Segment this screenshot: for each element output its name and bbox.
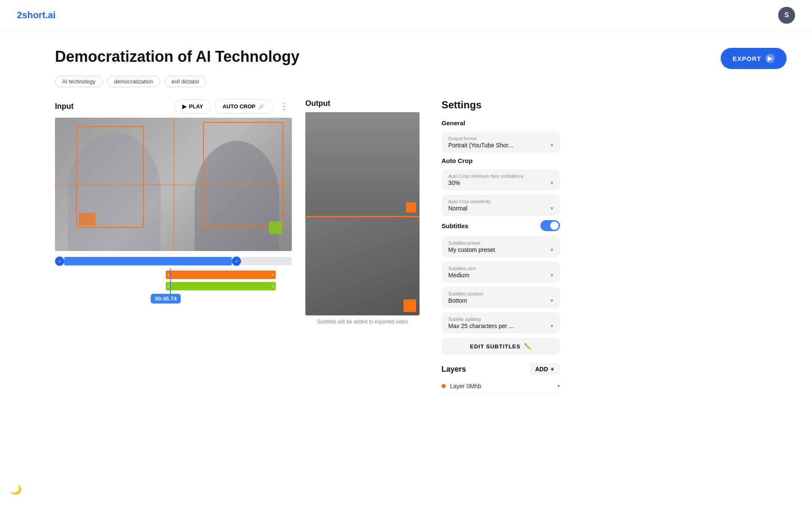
chevron-down-icon: ▾	[551, 142, 553, 148]
timeline-sub-row-lime: ‹ › 00:45.74	[55, 281, 292, 291]
output-panel-header: Output	[305, 99, 420, 108]
layer-dot	[442, 384, 446, 388]
tag-democratization[interactable]: democratization	[107, 76, 160, 87]
output-label: Output	[305, 99, 330, 108]
sub-right-arrow-orange[interactable]: ›	[272, 272, 274, 278]
play-label: PLAY	[189, 103, 203, 110]
wand-icon: 🪄	[258, 103, 265, 110]
export-label: EXPORT	[732, 55, 761, 62]
time-badge: 00:45.74	[151, 294, 181, 304]
chevron-down-icon-position: ▾	[551, 298, 553, 304]
pencil-icon: ✏️	[524, 343, 532, 350]
play-button[interactable]: ▶ PLAY	[174, 99, 211, 113]
auto-crop-button[interactable]: AUTO CROP 🪄	[214, 99, 273, 113]
sensitivity-label: Auto Crop sensitivity	[448, 199, 553, 204]
export-button[interactable]: EXPORT ▶	[721, 48, 787, 69]
input-video	[55, 118, 292, 251]
person-left-silhouette	[68, 133, 161, 251]
size-dropdown[interactable]: Subtitles size Medium ▾	[442, 262, 560, 283]
crop-line-vertical	[173, 118, 174, 251]
layers-header: Layers ADD +	[442, 363, 560, 375]
splitting-label: Subtitle splitting	[448, 317, 553, 322]
timeline-empty-right	[241, 257, 292, 265]
face-confidence-label: Auto Crop minimum face confidence	[448, 174, 553, 179]
settings-panel: Settings General Output format Portrait …	[442, 99, 560, 393]
edit-subtitles-label: EDIT SUBTITLES	[470, 343, 520, 350]
input-controls: ▶ PLAY AUTO CROP 🪄 ⋮	[174, 99, 292, 113]
timeline-left-button[interactable]: ‹	[55, 257, 64, 266]
panels-row: Input ▶ PLAY AUTO CROP 🪄 ⋮	[55, 99, 787, 393]
auto-crop-section-title: Auto Crop	[442, 157, 560, 164]
layer-expand-icon: ▾	[557, 383, 560, 389]
timeline-lime-track[interactable]: ‹ › 00:45.74	[166, 282, 276, 290]
page-title: Democratization of AI Technology	[55, 48, 299, 66]
main-content: Democratization of AI Technology EXPORT …	[0, 31, 812, 410]
crop-indicator-left	[79, 213, 96, 226]
sensitivity-dropdown[interactable]: Auto Crop sensitivity Normal ▾	[442, 195, 560, 216]
page-header: Democratization of AI Technology EXPORT …	[55, 48, 787, 69]
auto-crop-label: AUTO CROP	[222, 103, 255, 110]
sub-left-arrow-lime[interactable]: ‹	[167, 283, 169, 289]
tag-evil-dictator[interactable]: evil dictator	[165, 76, 207, 87]
settings-title: Settings	[442, 99, 560, 111]
theme-toggle-button[interactable]: 🌙	[10, 484, 22, 495]
output-corner-badge-top	[406, 202, 416, 213]
chevron-down-icon-preset: ▾	[551, 247, 553, 253]
face-confidence-dropdown[interactable]: Auto Crop minimum face confidence 30% ▾	[442, 169, 560, 190]
timeline-right-button[interactable]: ›	[232, 257, 241, 266]
output-video	[305, 112, 420, 315]
person-right-silhouette	[195, 141, 279, 251]
export-arrow-icon: ▶	[765, 54, 775, 63]
layer-name: Layer 0Mhb	[450, 383, 553, 389]
timeline-area: ‹ › ‹ ›	[55, 254, 292, 291]
preset-label: Subtitles preset	[448, 240, 553, 246]
sub-left-arrow-orange[interactable]: ‹	[167, 272, 169, 278]
general-section-title: General	[442, 119, 560, 127]
timeline-sub-rows: ‹ › ‹ › 00:45.74	[55, 270, 292, 291]
more-options-button[interactable]: ⋮	[277, 99, 292, 113]
subtitles-header-row: Subtitles	[442, 220, 560, 231]
splitting-value: Max 25 characters per ... ▾	[448, 323, 553, 329]
face-confidence-value: 30% ▾	[448, 179, 553, 186]
crop-indicator-right	[269, 221, 282, 234]
size-value: Medium ▾	[448, 272, 553, 279]
position-dropdown[interactable]: Subtitles position Bottom ▾	[442, 287, 560, 308]
plus-icon: +	[551, 366, 554, 373]
user-avatar[interactable]: S	[778, 7, 795, 24]
sub-right-arrow-lime[interactable]: ›	[272, 283, 274, 289]
toggle-knob	[550, 221, 559, 230]
layers-title: Layers	[442, 365, 466, 374]
add-label: ADD	[535, 366, 548, 373]
output-caption: Subtitles will be added to exported vide…	[305, 319, 420, 325]
splitting-dropdown[interactable]: Subtitle splitting Max 25 characters per…	[442, 312, 560, 334]
input-panel-header: Input ▶ PLAY AUTO CROP 🪄 ⋮	[55, 99, 292, 113]
layer-item[interactable]: Layer 0Mhb ▾	[442, 379, 560, 393]
sensitivity-value: Normal ▾	[448, 205, 553, 212]
video-background	[55, 118, 292, 251]
position-label: Subtitles position	[448, 291, 553, 296]
timeline-track[interactable]	[64, 257, 232, 265]
output-bottom-half	[305, 216, 420, 315]
size-label: Subtitles size	[448, 266, 553, 271]
add-layer-button[interactable]: ADD +	[529, 363, 560, 375]
output-person-main	[305, 112, 420, 216]
preset-dropdown[interactable]: Subtitles preset My custom preset ▾	[442, 236, 560, 257]
position-value: Bottom ▾	[448, 297, 553, 304]
chevron-down-icon-sensitivity: ▾	[551, 205, 553, 211]
subtitles-toggle[interactable]	[540, 220, 560, 231]
play-icon: ▶	[182, 103, 187, 110]
output-panel: Output Subtitles will be added to export…	[305, 99, 420, 325]
tag-ai-technology[interactable]: AI technology	[55, 76, 103, 87]
chevron-down-icon-splitting: ▾	[551, 323, 553, 329]
subtitles-section-title: Subtitles	[442, 222, 468, 229]
output-format-dropdown[interactable]: Output format Portrait (YouTube Shor... …	[442, 132, 560, 153]
chevron-down-icon-size: ▾	[551, 272, 553, 278]
output-top-half	[305, 112, 420, 216]
app-logo: 2short.ai	[17, 10, 56, 21]
timeline-orange-track[interactable]: ‹ ›	[166, 271, 276, 279]
output-format-label: Output format	[448, 136, 553, 141]
output-corner-badge-bottom	[403, 299, 416, 312]
input-label: Input	[55, 102, 74, 111]
tags-row: AI technology democratization evil dicta…	[55, 76, 787, 87]
edit-subtitles-button[interactable]: EDIT SUBTITLES ✏️	[442, 338, 560, 355]
